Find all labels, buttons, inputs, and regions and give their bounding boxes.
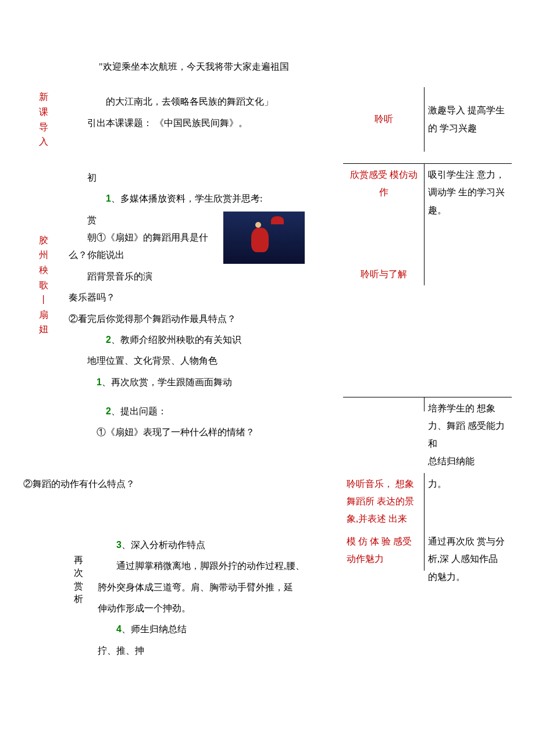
label-char: 州	[39, 248, 48, 263]
intro-student-text: 聆听	[347, 110, 420, 128]
student-b: 聆听与了解	[347, 266, 420, 283]
student-a: 欣赏感受 模仿动作	[347, 166, 420, 202]
row-intro: 新 课 导 入 的大江南北，去领略各民族的舞蹈文化」 引出本课课题： 《中国民族…	[23, 87, 512, 151]
p4: 3、深入分析动作特点	[98, 536, 338, 554]
jiaozhou-intent: 吸引学生注 意力，调动学 生的学习兴 趣。	[425, 163, 512, 221]
p5: 2、教师介绍胶州秧歌的有关知识	[69, 331, 338, 349]
label-char: 秧	[39, 263, 48, 278]
sub-b: 赏	[69, 212, 220, 229]
intro-text: "欢迎乘坐本次航班，今天我将带大家走遍祖国	[99, 62, 289, 71]
sub-a: 初	[69, 169, 338, 187]
reapp-intent: 通过再次欣 赏与分析,深 人感知作品 的魅力。	[425, 531, 512, 588]
jiaozhou-upper: 初 1、多媒体播放资料，学生欣赏并思考: 赏 朝①《扇妞》的舞蹈用具是什么？你能…	[64, 163, 343, 397]
intro-quote: "欢迎乘坐本次航班，今天我将带大家走遍祖国	[23, 58, 512, 76]
p6: 地理位置、文化背景、人物角色	[69, 352, 338, 370]
sub-char: 析	[74, 594, 83, 604]
p2: 朝①《扇妞》的舞蹈用具是什么？你能说出	[69, 229, 220, 264]
section-label-intro: 新 课 导 入	[23, 87, 64, 151]
sub-char: 再	[74, 555, 83, 565]
analysis-student-a: 聆听音乐， 想象舞蹈所 表达的景 象,并表述 出来	[343, 473, 425, 531]
num: 4	[116, 624, 122, 634]
p4: ②看完后你觉得那个舞蹈动作最具特点？	[69, 310, 338, 328]
intent-a1: 培养学生的 想象力、舞蹈 感受能力和	[428, 400, 508, 453]
student-b-text: 模 仿 体 验 感受动作魅力	[347, 533, 420, 568]
intro-main: 的大江南北，去领略各民族的舞蹈文化」 引出本课课题： 《中国民族民间舞》。	[64, 87, 343, 151]
label-char: 胶	[39, 233, 48, 248]
p3: ②舞蹈的动作有什么特点？	[23, 479, 135, 489]
p3a: 蹈背景音乐的演	[69, 268, 220, 285]
p5: 通过脚掌稍微离地，脚跟外拧的动作过程,腰、	[98, 557, 338, 575]
outdent-content: ②舞蹈的动作有什么特点？	[23, 473, 343, 495]
p8-text: 、师生归纳总结	[122, 624, 187, 634]
q2-text: 、提出问题：	[111, 406, 167, 416]
intro-line2a: 引出本课课题：	[87, 118, 152, 128]
intro-line1: 的大江南北，去领略各民族的舞蹈文化」	[69, 93, 338, 110]
intro-line2: 引出本课课题： 《中国民族民间舞》。	[69, 114, 338, 132]
p9: 拧、推、抻	[98, 642, 338, 660]
section-label-jiaozhou: 胶 州 秧 歌 丨 扇 妞	[23, 163, 64, 339]
reapp-content: 3、深入分析动作特点 通过脚掌稍微离地，脚跟外拧的动作过程,腰、 胯外突身体成三…	[93, 531, 343, 665]
intro-intent: 激趣导入 提高学生的 学习兴趣	[425, 87, 512, 151]
label-char: 妞	[39, 322, 48, 337]
q2a: ①《扇妞》表现了一种什么样的情绪？	[69, 424, 338, 441]
intent-a3-wrap: 力。	[425, 473, 512, 495]
intro-intent-text: 激趣导入 提高学生的 学习兴趣	[428, 102, 508, 137]
row-jiaozhou: 胶 州 秧 歌 丨 扇 妞 初 1、多媒体播放资料，学生欣赏并思考: 赏 朝①《…	[23, 163, 512, 397]
analysis-intent-a: 培养学生的 想象力、舞蹈 感受能力和 总结归纳能	[425, 397, 512, 473]
reapp-wrap: 再 次 赏 析 3、深入分析动作特点 通过脚掌稍微离地，脚跟外拧的动作过程,腰、…	[64, 531, 343, 665]
intent-b: 通过再次欣 赏与分析,深 人感知作品 的魅力。	[428, 533, 508, 586]
num: 2	[106, 406, 111, 416]
jiaozhou-main: 初 1、多媒体播放资料，学生欣赏并思考: 赏 朝①《扇妞》的舞蹈用具是什么？你能…	[64, 163, 343, 397]
p1-text: 、多媒体播放资料，学生欣赏并思考:	[111, 194, 262, 203]
label-char: 课	[39, 105, 48, 120]
num: 1	[106, 194, 111, 203]
num: 1	[97, 377, 102, 387]
q2: 2、提出问题：	[69, 403, 338, 420]
intent-a2: 总结归纳能	[428, 453, 508, 470]
label-char: 新	[39, 89, 48, 105]
jiaozhou-upper-content: 初 1、多媒体播放资料，学生欣赏并思考: 赏 朝①《扇妞》的舞蹈用具是什么？你能…	[64, 163, 343, 397]
intro-line2b: 《中国民族民间舞》。	[155, 118, 248, 128]
blank-label	[23, 397, 64, 402]
intro-student: 聆听	[343, 87, 425, 151]
label-char: 导	[39, 120, 48, 135]
p4-text: 、深入分析动作特点	[122, 540, 205, 550]
p6: 胯外突身体成三道弯。肩、胸带动手臂外推，延	[98, 579, 338, 596]
label-char: 丨	[39, 292, 48, 307]
dance-image	[223, 212, 305, 264]
intent-a3: 力。	[428, 475, 508, 493]
sub-char: 赏	[74, 581, 83, 591]
p7: 1、再次欣赏，学生跟随画面舞动	[69, 374, 338, 391]
p7-text: 、再次欣赏，学生跟随画面舞动	[102, 377, 232, 387]
num: 2	[106, 335, 111, 345]
p8: 4、师生归纳总结	[98, 621, 338, 638]
p1: 1、多媒体播放资料，学生欣赏并思考:	[69, 190, 338, 207]
student-a-text: 聆听音乐， 想象舞蹈所 表达的景 象,并表述 出来	[347, 475, 420, 528]
label-char: 扇	[39, 307, 48, 323]
p7: 伸动作形成一个抻劲。	[98, 600, 338, 617]
fan-shape	[271, 216, 284, 224]
reapp-student: 模 仿 体 验 感受动作魅力	[343, 531, 425, 571]
sub-char: 次	[74, 568, 83, 578]
row-analysis: 2、提出问题： ①《扇妞》表现了一种什么样的情绪？ 培养学生的 想象力、舞蹈 感…	[23, 397, 512, 473]
intent-a: 吸引学生注 意力，调动学 生的学习兴 趣。	[428, 166, 508, 219]
img-block: 赏 朝①《扇妞》的舞蹈用具是什么？你能说出 蹈背景音乐的演	[69, 212, 338, 289]
num: 3	[116, 540, 122, 550]
p3b: 奏乐器吗？	[69, 289, 338, 306]
analysis-main: 2、提出问题： ①《扇妞》表现了一种什么样的情绪？	[64, 397, 343, 447]
analysis-student-wrap	[343, 397, 425, 411]
sub-label-reapp: 再 次 赏 析	[64, 531, 93, 665]
jiaozhou-student: 欣赏感受 模仿动作 聆听与了解	[343, 163, 425, 285]
row-reappreciate: 再 次 赏 析 3、深入分析动作特点 通过脚掌稍微离地，脚跟外拧的动作过程,腰、…	[23, 531, 512, 665]
label-char: 歌	[39, 278, 48, 293]
blank-label2	[23, 531, 64, 535]
row-outdent: ②舞蹈的动作有什么特点？ 聆听音乐， 想象舞蹈所 表达的景 象,并表述 出来 力…	[23, 473, 512, 531]
p5-text: 、教师介绍胶州秧歌的有关知识	[111, 335, 241, 345]
label-char: 入	[39, 134, 48, 149]
